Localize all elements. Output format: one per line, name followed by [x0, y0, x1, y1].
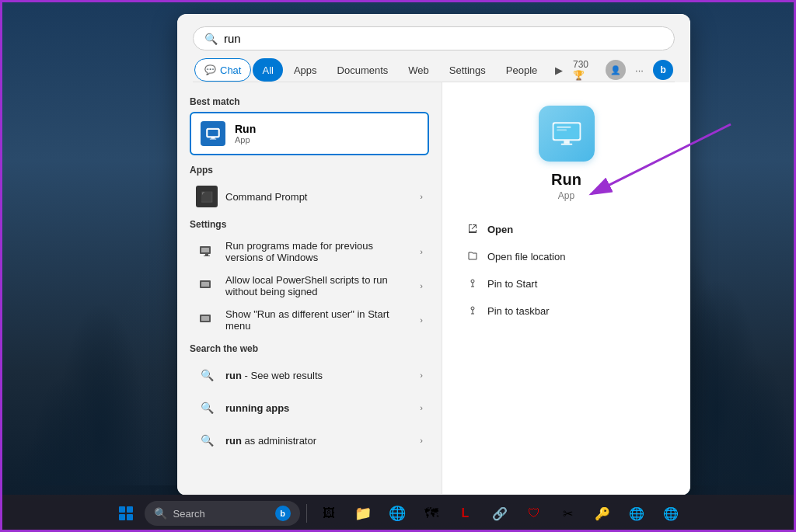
arrow-right-icon-4: ›	[420, 315, 423, 325]
tab-documents[interactable]: Documents	[328, 58, 398, 82]
left-panel: Best match Run App Apps ⬛	[177, 82, 442, 494]
run-as-user-icon	[196, 309, 218, 331]
open-icon	[466, 223, 480, 236]
list-item-command-prompt[interactable]: ⬛ Command Prompt ›	[190, 180, 429, 213]
link-button[interactable]: 🔗	[484, 498, 515, 529]
best-match-name: Run	[235, 123, 256, 135]
run-app-icon	[201, 121, 225, 146]
windows-start-button[interactable]	[110, 498, 141, 529]
svg-rect-9	[201, 282, 209, 287]
arrow-right-icon-2: ›	[420, 247, 423, 256]
settings-section-title: Settings	[190, 219, 429, 230]
globe-button[interactable]: 🌐	[621, 498, 652, 529]
web-search-icon-2: 🔍	[196, 397, 218, 419]
open-file-location-label: Open file location	[487, 251, 565, 263]
tab-all[interactable]: All	[253, 58, 282, 82]
taskbar-center: 🔍 Search b 🖼 📁 🌐 🗺 L 🔗 🛡 ✂ 🔑 🌐 🌐	[110, 498, 686, 529]
arrow-right-icon-3: ›	[420, 281, 423, 290]
svg-rect-13	[553, 123, 579, 139]
powershell-label: Allow local PowerShell scripts to run wi…	[225, 274, 412, 297]
trophy-icon: 🏆	[573, 70, 585, 81]
settings-run-programs-icon	[196, 241, 218, 263]
right-panel-app-sub: App	[558, 190, 574, 201]
app-actions: Open Open file location	[458, 217, 675, 324]
user-avatar[interactable]: 👤	[606, 60, 626, 80]
apps-section-title: Apps	[190, 165, 429, 176]
svg-rect-7	[204, 256, 210, 256]
task-view-button[interactable]: 🖼	[313, 498, 344, 529]
pin-to-start-label: Pin to Start	[487, 278, 537, 290]
pin-start-icon	[466, 277, 480, 290]
key-button[interactable]: 🔑	[587, 498, 618, 529]
action-pin-start[interactable]: Pin to Start	[458, 271, 675, 297]
action-pin-taskbar[interactable]: Pin to taskbar	[458, 298, 675, 324]
svg-point-19	[471, 307, 474, 310]
web-run-label: run - See web results	[225, 370, 412, 381]
bing-taskbar-icon: b	[275, 506, 291, 521]
svg-rect-5	[201, 248, 209, 252]
web-search-icon-1: 🔍	[196, 364, 218, 386]
arrow-right-icon-5: ›	[420, 370, 423, 380]
web-running-label: running apps	[225, 402, 412, 414]
windows-logo	[119, 506, 133, 520]
maps-button[interactable]: 🗺	[416, 498, 447, 529]
more-options-button[interactable]: ···	[629, 59, 651, 81]
taskbar-search-icon: 🔍	[154, 507, 167, 520]
list-item-run-as-user[interactable]: Show "Run as different user" in Start me…	[190, 303, 429, 337]
list-item-web-admin[interactable]: 🔍 run as administrator ›	[190, 424, 429, 457]
arrow-right-icon-7: ›	[420, 436, 423, 445]
best-match-title: Best match	[190, 96, 429, 107]
svg-point-18	[471, 280, 474, 283]
edge-browser-button[interactable]: 🌐	[382, 498, 413, 529]
svg-rect-14	[557, 127, 571, 128]
list-item-powershell[interactable]: Allow local PowerShell scripts to run wi…	[190, 269, 429, 303]
action-open-file-location[interactable]: Open file location	[458, 244, 675, 269]
run-big-icon	[539, 106, 595, 162]
tab-web[interactable]: Web	[399, 58, 438, 82]
run-programs-label: Run programs made for previous versions …	[225, 240, 412, 263]
search-header: 🔍 💬 Chat All Apps Documents Web	[177, 14, 690, 82]
best-match-item-run[interactable]: Run App	[190, 112, 429, 155]
action-open[interactable]: Open	[458, 217, 675, 242]
play-button[interactable]: ▶	[548, 59, 570, 81]
list-item-web-running[interactable]: 🔍 running apps ›	[190, 391, 429, 424]
command-prompt-label: Command Prompt	[225, 191, 412, 203]
web-admin-label: run as administrator	[225, 435, 412, 447]
chrome-button[interactable]: 🌐	[655, 498, 686, 529]
search-icon: 🔍	[204, 33, 218, 45]
pin-to-taskbar-label: Pin to taskbar	[487, 305, 550, 317]
tab-people[interactable]: People	[497, 58, 546, 82]
tab-chat[interactable]: 💬 Chat	[194, 58, 251, 82]
svg-rect-17	[560, 144, 572, 145]
bing-icon[interactable]: b	[653, 60, 673, 80]
svg-rect-6	[205, 254, 208, 256]
svg-rect-2	[211, 137, 215, 139]
list-item-run-programs[interactable]: Run programs made for previous versions …	[190, 235, 429, 269]
right-panel-app-name: Run	[551, 171, 581, 189]
chat-icon: 💬	[204, 64, 216, 75]
app-l-button[interactable]: L	[450, 498, 481, 529]
web-search-icon-3: 🔍	[196, 429, 218, 451]
best-match-text: Run App	[235, 123, 256, 144]
svg-rect-16	[564, 141, 569, 144]
tab-settings[interactable]: Settings	[440, 58, 495, 82]
security-button[interactable]: 🛡	[518, 498, 550, 529]
search-input[interactable]	[224, 32, 663, 45]
svg-rect-15	[557, 130, 567, 131]
search-input-wrap[interactable]: 🔍	[193, 26, 675, 50]
command-prompt-icon: ⬛	[196, 186, 218, 207]
scissors-button[interactable]: ✂	[553, 498, 584, 529]
taskbar-divider-1	[306, 504, 307, 523]
tab-apps[interactable]: Apps	[285, 58, 326, 82]
taskbar-search-box[interactable]: 🔍 Search b	[145, 501, 300, 526]
svg-rect-3	[210, 139, 216, 140]
arrow-right-icon: ›	[420, 192, 423, 201]
list-item-web-run[interactable]: 🔍 run - See web results ›	[190, 359, 429, 391]
svg-rect-11	[201, 316, 209, 321]
powershell-icon	[196, 275, 218, 297]
svg-rect-1	[208, 130, 218, 136]
file-explorer-button[interactable]: 📁	[347, 498, 379, 529]
search-panel: 🔍 💬 Chat All Apps Documents Web	[177, 14, 690, 495]
web-section-title: Search the web	[190, 343, 429, 354]
taskbar: 🔍 Search b 🖼 📁 🌐 🗺 L 🔗 🛡 ✂ 🔑 🌐 🌐	[0, 495, 796, 532]
